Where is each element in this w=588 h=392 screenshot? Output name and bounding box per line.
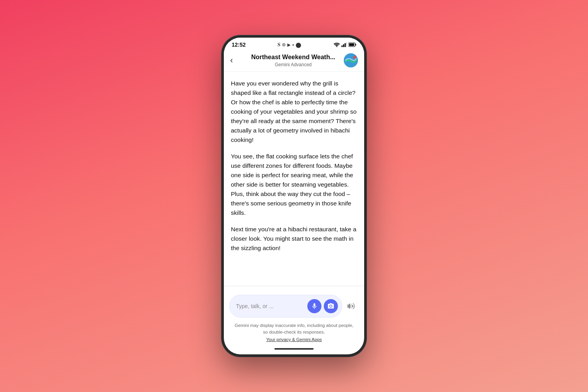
dot-icon: ● (292, 43, 294, 47)
content-divider (224, 286, 364, 286)
disclaimer-text: Gemini may display inaccurate info, incl… (232, 322, 356, 336)
status-time: 12:52 (232, 42, 246, 48)
youtube-icon: ▶ (287, 42, 290, 47)
mic-button[interactable] (307, 299, 321, 313)
svg-rect-12 (349, 303, 350, 309)
chat-subtitle: Gemini Advanced (243, 62, 344, 67)
camera-icon (327, 303, 334, 310)
input-placeholder: Type, talk, or ... (236, 303, 305, 309)
input-area: Type, talk, or ... (224, 292, 364, 320)
disclaimer: Gemini may display inaccurate info, incl… (224, 320, 364, 346)
svg-rect-6 (356, 44, 356, 46)
chat-header: ‹ Northeast Weekend Weath... Gemini Adva… (224, 50, 364, 72)
chat-paragraph-2: You see, the flat cooking surface lets t… (231, 152, 357, 218)
header-title-area: Northeast Weekend Weath... Gemini Advanc… (243, 53, 344, 67)
chat-title: Northeast Weekend Weath... (243, 53, 344, 62)
back-button[interactable]: ‹ (230, 55, 243, 65)
home-indicator (224, 346, 364, 354)
input-row: Type, talk, or ... (229, 295, 359, 318)
battery-icon (348, 42, 356, 47)
avatar[interactable] (344, 53, 358, 67)
camera-button[interactable] (324, 299, 338, 313)
phone-frame: 12:52 𝐒 ⊛ ▶ ● ⬤ (221, 35, 367, 357)
svg-point-10 (330, 305, 332, 307)
input-pill[interactable]: Type, talk, or ... (229, 295, 342, 318)
waveform-button[interactable] (345, 299, 359, 313)
svg-point-0 (336, 46, 337, 47)
chat-paragraph-3: Next time you're at a hibachi restaurant… (231, 225, 357, 253)
phone-screen: 12:52 𝐒 ⊛ ▶ ● ⬤ (224, 38, 364, 354)
privacy-link[interactable]: Your privacy & Gemini Apps (266, 337, 322, 342)
svg-rect-3 (345, 43, 346, 47)
chat-content: Have you ever wondered why the grill is … (224, 72, 364, 282)
snapchat-icon: 𝐒 (278, 42, 280, 48)
status-right-icons (334, 42, 356, 47)
status-bar: 12:52 𝐒 ⊛ ▶ ● ⬤ (224, 38, 364, 50)
google-icon: ⊛ (282, 42, 286, 47)
wifi-icon (334, 42, 340, 47)
svg-point-9 (353, 56, 356, 59)
svg-rect-11 (348, 304, 348, 308)
circle-icon: ⬤ (296, 42, 301, 48)
status-app-icons: 𝐒 ⊛ ▶ ● ⬤ (278, 42, 301, 48)
waveform-icon (347, 302, 356, 310)
chat-paragraph-1: Have you ever wondered why the grill is … (231, 79, 357, 145)
signal-icon (341, 42, 347, 47)
svg-rect-4 (346, 42, 347, 47)
avatar-image (344, 53, 358, 67)
svg-rect-1 (341, 45, 343, 47)
mic-icon (311, 303, 318, 310)
svg-rect-2 (343, 44, 344, 47)
home-bar (274, 348, 314, 350)
svg-rect-7 (349, 44, 354, 46)
